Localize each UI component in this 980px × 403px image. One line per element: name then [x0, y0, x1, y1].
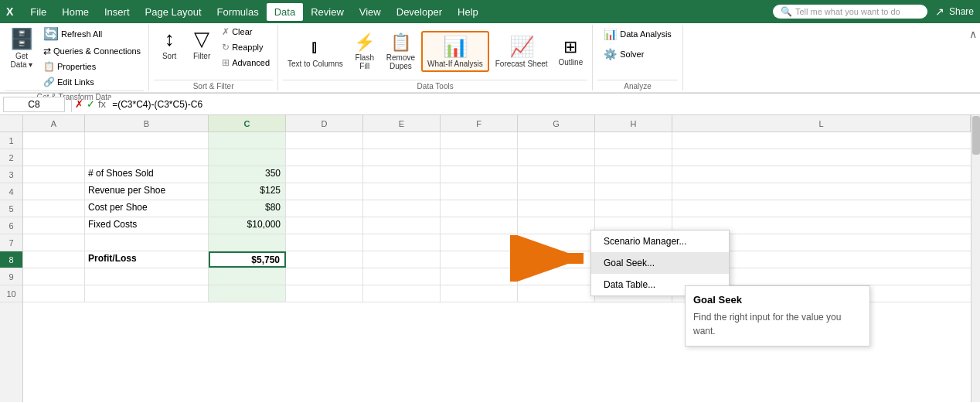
what-if-button[interactable]: 📊 What-If Analysis — [421, 31, 489, 72]
cell-h3[interactable] — [595, 166, 672, 183]
confirm-formula-icon[interactable]: ✓ — [87, 98, 95, 110]
cell-a3[interactable] — [23, 166, 85, 183]
get-data-button[interactable]: 🗄️ GetData ▾ — [5, 25, 39, 71]
properties-button[interactable]: 📋 Properties — [40, 60, 144, 73]
cell-e9[interactable] — [363, 268, 441, 285]
cell-c5[interactable]: $80 — [209, 200, 286, 217]
cell-c2[interactable] — [209, 149, 286, 166]
menu-item-review[interactable]: Review — [303, 3, 352, 21]
cell-g2[interactable] — [518, 149, 595, 166]
cell-f10[interactable] — [441, 285, 518, 302]
goal-seek-item[interactable]: Goal Seek... — [591, 252, 729, 274]
menu-item-developer[interactable]: Developer — [389, 3, 450, 21]
insert-function-icon[interactable]: fx — [98, 98, 106, 110]
cell-c4[interactable]: $125 — [209, 183, 286, 200]
sort-button[interactable]: ↕️ Sort — [154, 25, 185, 63]
cell-e7[interactable] — [363, 234, 441, 251]
cell-b4[interactable]: Revenue per Shoe — [85, 183, 209, 200]
cell-f5[interactable] — [441, 200, 518, 217]
cell-l3[interactable] — [672, 166, 971, 183]
cell-f2[interactable] — [441, 149, 518, 166]
cell-f3[interactable] — [441, 166, 518, 183]
scenario-manager-item[interactable]: Scenario Manager... — [591, 231, 729, 252]
cell-e5[interactable] — [363, 200, 441, 217]
cell-c1[interactable] — [209, 132, 286, 149]
cell-a1[interactable] — [23, 132, 85, 149]
reapply-button[interactable]: ↻ Reapply — [219, 40, 273, 54]
cell-l1[interactable] — [672, 132, 971, 149]
cell-d7[interactable] — [286, 234, 363, 251]
cell-e2[interactable] — [363, 149, 441, 166]
menu-item-view[interactable]: View — [352, 3, 389, 21]
menu-item-insert[interactable]: Insert — [97, 3, 138, 21]
cell-d9[interactable] — [286, 268, 363, 285]
cell-reference-input[interactable] — [3, 97, 65, 112]
cell-d6[interactable] — [286, 217, 363, 234]
cell-b10[interactable] — [85, 285, 209, 302]
menu-item-data[interactable]: Data — [267, 3, 303, 21]
cell-f6[interactable] — [441, 217, 518, 234]
outline-button[interactable]: ⊞ Outline — [554, 35, 588, 69]
cancel-formula-icon[interactable]: ✗ — [75, 98, 83, 110]
cell-f9[interactable] — [441, 268, 518, 285]
scrollbar-thumb[interactable] — [972, 116, 980, 155]
solver-button[interactable]: ⚙️ Solver — [597, 45, 650, 63]
cell-b5[interactable]: Cost per Shoe — [85, 200, 209, 217]
cell-h5[interactable] — [595, 200, 672, 217]
cell-g1[interactable] — [518, 132, 595, 149]
cell-l4[interactable] — [672, 183, 971, 200]
menu-item-file[interactable]: File — [22, 3, 54, 21]
cell-f7[interactable] — [441, 234, 518, 251]
connections-button[interactable]: ⇄ Queries & Connections — [40, 44, 144, 58]
cell-c7[interactable] — [209, 234, 286, 251]
cell-g4[interactable] — [518, 183, 595, 200]
cell-b7[interactable] — [85, 234, 209, 251]
cell-a4[interactable] — [23, 183, 85, 200]
cell-b3[interactable]: # of Shoes Sold — [85, 166, 209, 183]
cell-e3[interactable] — [363, 166, 441, 183]
cell-g9[interactable] — [518, 268, 595, 285]
cell-g3[interactable] — [518, 166, 595, 183]
search-placeholder[interactable]: Tell me what you want to do — [795, 7, 900, 16]
cell-b8[interactable]: Profit/Loss — [85, 251, 209, 268]
cell-a5[interactable] — [23, 200, 85, 217]
cell-b9[interactable] — [85, 268, 209, 285]
cell-a2[interactable] — [23, 149, 85, 166]
cell-g6[interactable] — [518, 217, 595, 234]
cell-b6[interactable]: Fixed Costs — [85, 217, 209, 234]
cell-h4[interactable] — [595, 183, 672, 200]
cell-d2[interactable] — [286, 149, 363, 166]
cell-d4[interactable] — [286, 183, 363, 200]
menu-item-formulas[interactable]: Formulas — [209, 3, 267, 21]
cell-f4[interactable] — [441, 183, 518, 200]
cell-e6[interactable] — [363, 217, 441, 234]
cell-l5[interactable] — [672, 200, 971, 217]
cell-g10[interactable] — [518, 285, 595, 302]
cell-a7[interactable] — [23, 234, 85, 251]
cell-c6[interactable]: $10,000 — [209, 217, 286, 234]
cell-c10[interactable] — [209, 285, 286, 302]
remove-dupes-button[interactable]: 📋 RemoveDupes — [382, 30, 420, 73]
cell-a10[interactable] — [23, 285, 85, 302]
flash-fill-button[interactable]: ⚡ FlashFill — [349, 30, 380, 73]
cell-g7[interactable] — [518, 234, 595, 251]
ribbon-collapse-icon[interactable]: ∧ — [969, 28, 977, 40]
cell-c9[interactable] — [209, 268, 286, 285]
cell-e4[interactable] — [363, 183, 441, 200]
share-label[interactable]: Share — [949, 6, 974, 17]
cell-a6[interactable] — [23, 217, 85, 234]
cell-e1[interactable] — [363, 132, 441, 149]
forecast-button[interactable]: 📈 Forecast Sheet — [491, 32, 553, 70]
cell-c3[interactable]: 350 — [209, 166, 286, 183]
cell-d8[interactable] — [286, 251, 363, 268]
cell-d5[interactable] — [286, 200, 363, 217]
cell-a9[interactable] — [23, 268, 85, 285]
menu-item-home[interactable]: Home — [54, 3, 97, 21]
refresh-all-button[interactable]: 🔄 Refresh All — [40, 25, 144, 43]
advanced-button[interactable]: ⊞ Advanced — [219, 56, 273, 70]
data-analysis-button[interactable]: 📊 Data Analysis — [597, 25, 678, 43]
cell-g8[interactable] — [518, 251, 595, 268]
text-to-columns-button[interactable]: ⫾ Text to Columns — [283, 32, 348, 70]
cell-e10[interactable] — [363, 285, 441, 302]
edit-links-button[interactable]: 🔗 Edit Links — [40, 75, 144, 89]
